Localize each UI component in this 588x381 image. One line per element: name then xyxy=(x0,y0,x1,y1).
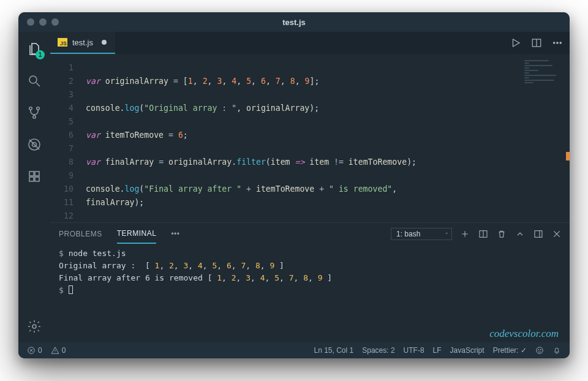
overview-ruler-marker xyxy=(566,152,570,160)
status-encoding[interactable]: UTF-8 xyxy=(404,346,424,355)
panel-tabs: PROBLEMS TERMINAL ••• 1: bash xyxy=(50,223,570,245)
panel-position-icon[interactable] xyxy=(533,228,544,240)
tab-bar: JS test.js xyxy=(50,32,570,54)
svg-point-3 xyxy=(33,116,36,118)
line-number-gutter: 123456789101112 xyxy=(50,54,81,222)
split-editor-icon[interactable] xyxy=(530,37,543,49)
status-spaces[interactable]: Spaces: 2 xyxy=(362,346,394,355)
terminal-selector[interactable]: 1: bash xyxy=(391,228,452,240)
panel-close-icon[interactable] xyxy=(551,228,562,240)
panel-tab-problems[interactable]: PROBLEMS xyxy=(59,225,102,243)
panel-up-icon[interactable] xyxy=(514,228,526,240)
svg-point-0 xyxy=(29,76,37,83)
tab-test-js[interactable]: JS test.js xyxy=(50,32,115,54)
more-actions-icon[interactable] xyxy=(551,37,564,49)
svg-point-19 xyxy=(538,349,539,350)
settings-gear-icon[interactable] xyxy=(26,318,43,335)
panel: PROBLEMS TERMINAL ••• 1: bash $ node tes… xyxy=(50,222,570,342)
activity-bar: 1 xyxy=(18,32,50,342)
svg-point-10 xyxy=(32,325,36,328)
tab-dirty-indicator xyxy=(102,40,107,45)
watermark: codevscolor.com xyxy=(489,328,559,340)
editor-actions xyxy=(510,32,564,54)
vscode-window: test.js 1 xyxy=(18,12,570,358)
panel-actions: 1: bash xyxy=(391,223,562,245)
status-errors[interactable]: 0 xyxy=(27,346,42,355)
run-icon[interactable] xyxy=(510,37,522,49)
status-warnings[interactable]: 0 xyxy=(51,346,66,355)
svg-rect-16 xyxy=(535,231,542,238)
svg-rect-7 xyxy=(35,172,39,176)
svg-point-13 xyxy=(557,42,558,43)
code-area[interactable]: var originalArray = [1, 2, 3, 4, 5, 6, 7… xyxy=(81,54,570,222)
debug-icon[interactable] xyxy=(26,136,43,153)
svg-rect-9 xyxy=(35,177,39,181)
search-icon[interactable] xyxy=(26,72,43,89)
split-terminal-icon[interactable] xyxy=(478,228,489,240)
svg-point-14 xyxy=(560,42,561,43)
explorer-icon[interactable]: 1 xyxy=(26,40,43,58)
status-eol[interactable]: LF xyxy=(433,346,442,355)
svg-point-20 xyxy=(540,349,541,350)
window-title: test.js xyxy=(18,18,570,27)
kill-terminal-icon[interactable] xyxy=(496,228,507,240)
status-language[interactable]: JavaScript xyxy=(450,346,484,355)
svg-rect-6 xyxy=(29,172,34,176)
tab-label: test.js xyxy=(72,38,93,47)
svg-point-1 xyxy=(29,107,32,110)
explorer-badge: 1 xyxy=(36,50,45,59)
status-bell-icon[interactable] xyxy=(552,346,561,355)
window-body: 1 JS xyxy=(18,32,570,342)
svg-point-12 xyxy=(554,42,555,43)
status-bar: 0 0 Ln 15, Col 1 Spaces: 2 UTF-8 LF Java… xyxy=(18,342,570,358)
svg-rect-8 xyxy=(29,177,34,181)
svg-point-2 xyxy=(37,107,39,110)
titlebar: test.js xyxy=(18,12,570,32)
panel-tab-more[interactable]: ••• xyxy=(171,225,179,243)
status-feedback-icon[interactable] xyxy=(535,346,544,355)
new-terminal-icon[interactable] xyxy=(459,228,470,240)
status-ln-col[interactable]: Ln 15, Col 1 xyxy=(314,346,354,355)
extensions-icon[interactable] xyxy=(26,168,43,185)
svg-point-18 xyxy=(537,347,543,354)
editor[interactable]: 123456789101112 var originalArray = [1, … xyxy=(50,54,570,222)
js-file-icon: JS xyxy=(58,38,67,47)
status-prettier[interactable]: Prettier: ✓ xyxy=(493,346,527,355)
panel-tab-terminal[interactable]: TERMINAL xyxy=(117,224,157,244)
editor-group: JS test.js 123456789101112 var originalA… xyxy=(50,32,570,342)
source-control-icon[interactable] xyxy=(26,104,43,121)
